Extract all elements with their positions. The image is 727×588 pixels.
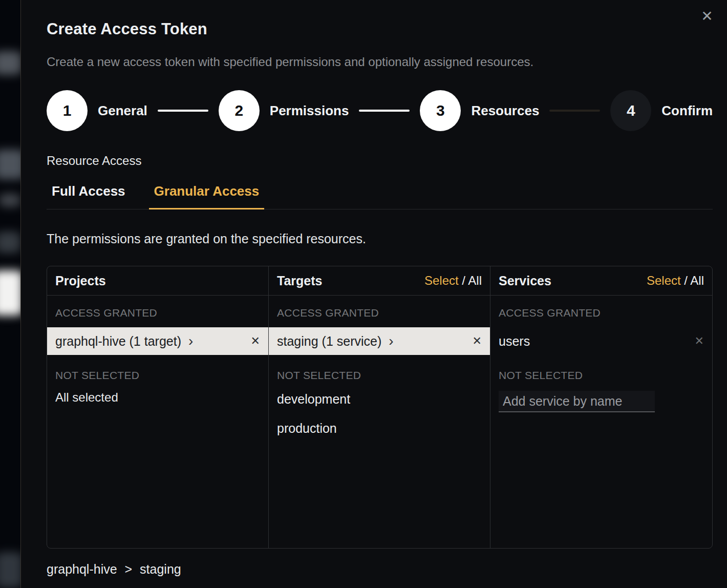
create-access-token-modal: ✕ Create Access Token Create a new acces… (20, 0, 727, 588)
step-general[interactable]: 1 General (47, 90, 147, 131)
step-permissions[interactable]: 2 Permissions (219, 90, 349, 131)
step-label: Confirm (661, 103, 713, 119)
step-resources[interactable]: 3 Resources (420, 90, 539, 131)
step-connector (359, 110, 410, 112)
service-row-users: users ✕ (490, 327, 712, 355)
services-all-link[interactable]: / All (684, 274, 704, 287)
projects-column-body: ACCESS GRANTED graphql-hive (1 target) ›… (47, 296, 269, 548)
targets-all-link[interactable]: / All (462, 274, 482, 287)
page-title: Create Access Token (47, 19, 713, 39)
targets-select-link[interactable]: Select (424, 274, 459, 287)
wizard-stepper: 1 General 2 Permissions 3 Resources 4 Co… (47, 90, 713, 131)
resource-access-heading: Resource Access (47, 154, 713, 168)
target-option-production[interactable]: production (269, 414, 490, 443)
remove-service-icon[interactable]: ✕ (695, 334, 704, 348)
projects-column-header: Projects (47, 266, 269, 296)
tab-granular-access[interactable]: Granular Access (149, 183, 265, 209)
backdrop-blur-blob (0, 51, 20, 75)
target-row-staging[interactable]: staging (1 service) › ✕ (269, 327, 490, 355)
access-granted-label: ACCESS GRANTED (47, 296, 268, 319)
projects-all-selected-note: All selected (47, 382, 268, 405)
remove-target-icon[interactable]: ✕ (473, 334, 482, 348)
backdrop-blur-blob (0, 194, 20, 207)
not-selected-label: NOT SELECTED (490, 355, 712, 382)
permissions-description: The permissions are granted on the speci… (47, 231, 713, 246)
services-select-link[interactable]: Select (647, 274, 681, 287)
target-row-label: staging (1 service) (277, 334, 381, 349)
step-label: Permissions (270, 103, 349, 119)
services-column-header: Services Select / All (490, 266, 712, 296)
resource-selection-table: Projects Targets Select / All Services S… (47, 266, 713, 549)
backdrop-blur-blob (0, 150, 20, 179)
services-select-all: Select / All (647, 274, 704, 288)
target-option-development[interactable]: development (269, 385, 490, 414)
backdrop-blur-blob (0, 270, 20, 316)
not-selected-label: NOT SELECTED (47, 355, 268, 382)
access-granted-label: ACCESS GRANTED (490, 296, 712, 319)
services-column-title: Services (499, 274, 551, 288)
not-selected-label: NOT SELECTED (269, 355, 490, 382)
targets-column-title: Targets (277, 274, 322, 288)
breadcrumb-separator-icon: > (125, 562, 133, 576)
targets-select-all: Select / All (424, 274, 482, 288)
backdrop-blur-blob (0, 232, 20, 253)
chevron-right-icon: › (188, 334, 193, 348)
chevron-right-icon: › (389, 334, 393, 348)
targets-column-header: Targets Select / All (269, 266, 490, 296)
page-backdrop (0, 0, 20, 588)
close-icon[interactable]: ✕ (697, 6, 717, 26)
access-granted-label: ACCESS GRANTED (269, 296, 490, 319)
services-column-body: ACCESS GRANTED users ✕ NOT SELECTED (490, 296, 712, 548)
modal-subtitle: Create a new access token with specified… (47, 54, 713, 70)
add-service-input[interactable] (499, 391, 655, 412)
backdrop-blur-blob (0, 552, 20, 588)
step-connector (549, 110, 600, 112)
project-row-label: graphql-hive (1 target) (55, 334, 181, 349)
projects-column-title: Projects (55, 274, 106, 288)
targets-column-body: ACCESS GRANTED staging (1 service) › ✕ N… (269, 296, 490, 548)
service-row-label: users (499, 334, 530, 349)
step-confirm[interactable]: 4 Confirm (610, 90, 713, 131)
breadcrumb-project: graphql-hive (47, 562, 117, 576)
step-number-circle: 1 (47, 90, 88, 131)
access-tabs: Full Access Granular Access (47, 183, 713, 209)
tab-full-access[interactable]: Full Access (47, 183, 131, 209)
step-connector (158, 110, 208, 112)
project-row-graphql-hive[interactable]: graphql-hive (1 target) › ✕ (47, 327, 268, 355)
step-number-circle: 2 (219, 90, 260, 131)
breadcrumb-target: staging (140, 562, 181, 576)
breadcrumb: graphql-hive > staging (47, 562, 713, 577)
step-number-circle: 3 (420, 90, 461, 131)
step-label: General (98, 103, 147, 119)
step-label: Resources (471, 103, 539, 119)
step-number-circle: 4 (610, 90, 651, 131)
remove-project-icon[interactable]: ✕ (251, 334, 260, 348)
